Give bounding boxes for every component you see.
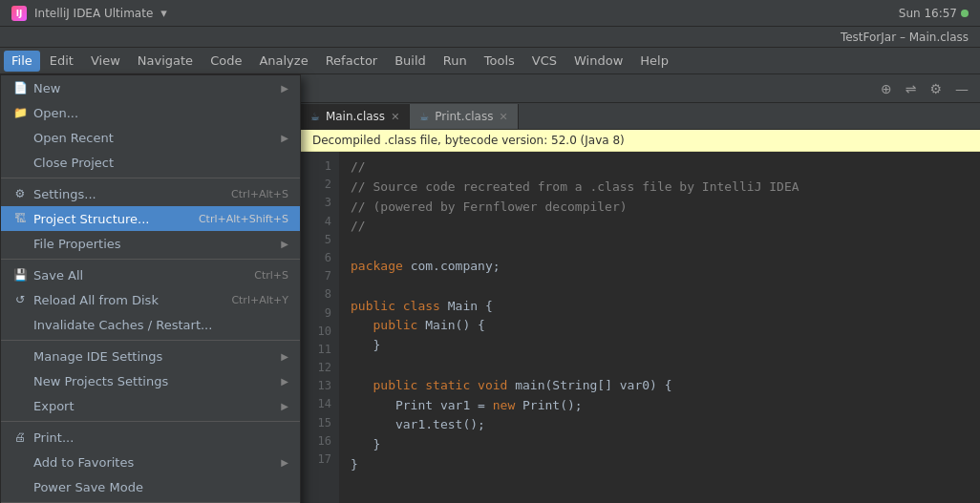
- reload-icon: ↺: [12, 292, 28, 307]
- code-line-13: Print var1 = new Print();: [351, 396, 969, 416]
- menu-navigate[interactable]: Navigate: [130, 51, 201, 72]
- menu-analyze[interactable]: Analyze: [251, 51, 315, 72]
- manage-ide-icon: [12, 348, 28, 364]
- code-line-15: }: [351, 435, 969, 455]
- separator-2: [1, 259, 300, 260]
- menu-refactor[interactable]: Refactor: [318, 51, 386, 72]
- status-dot: [961, 10, 969, 17]
- power-save-icon: [12, 479, 28, 494]
- menu-help[interactable]: Help: [632, 51, 676, 72]
- menu-invalidate-caches[interactable]: Invalidate Caches / Restart...: [1, 312, 300, 337]
- menu-new-projects-settings[interactable]: New Projects Settings ▶: [1, 368, 300, 393]
- settings-icon: ⚙: [12, 186, 28, 201]
- menu-settings[interactable]: ⚙ Settings... Ctrl+Alt+S: [1, 181, 300, 206]
- close-project-icon: [12, 155, 28, 170]
- open-recent-icon: [12, 130, 28, 145]
- code-line-9: public Main() {: [351, 316, 969, 336]
- open-recent-arrow: ▶: [281, 133, 288, 143]
- menu-export[interactable]: Export ▶: [1, 393, 300, 418]
- editor-toolbar: ⊕ ⇌ ⚙ —: [301, 74, 980, 103]
- menu-power-save[interactable]: Power Save Mode: [1, 474, 300, 499]
- file-properties-arrow: ▶: [281, 239, 288, 249]
- title-bar-left: IJ IntelliJ IDEA Ultimate ▾: [11, 6, 167, 21]
- code-line-4: //: [351, 217, 969, 237]
- toolbar-globe-icon[interactable]: ⊕: [877, 79, 896, 98]
- export-icon: [12, 398, 28, 413]
- code-line-8: public class Main {: [351, 297, 969, 317]
- menu-code[interactable]: Code: [202, 51, 249, 72]
- main-class-tab-icon: ☕: [310, 111, 320, 123]
- code-content[interactable]: // // Source code recreated from a .clas…: [339, 152, 980, 503]
- decompile-text: Decompiled .class file, bytecode version…: [312, 134, 625, 147]
- toolbar-settings-icon[interactable]: ⚙: [926, 79, 946, 98]
- code-line-3: // (powered by Fernflower decompiler): [351, 198, 969, 218]
- export-arrow: ▶: [281, 401, 288, 411]
- toolbar-split-icon[interactable]: ⇌: [902, 79, 921, 98]
- clock: Sun 16:57: [899, 7, 957, 20]
- window-title-bar: TestForJar – Main.class: [0, 27, 980, 48]
- window-title-text: TestForJar – Main.class: [841, 31, 969, 44]
- favorites-icon: [12, 454, 28, 470]
- file-properties-icon: [12, 236, 28, 251]
- print-tab-close[interactable]: ✕: [499, 111, 507, 123]
- menu-vcs[interactable]: VCS: [524, 51, 565, 72]
- toolbar-minimize-icon[interactable]: —: [951, 79, 972, 98]
- new-icon: 📄: [12, 80, 28, 95]
- menu-edit[interactable]: Edit: [42, 51, 81, 72]
- new-projects-icon: [12, 373, 28, 388]
- print-class-tab-icon: ☕: [419, 111, 429, 123]
- tab-print-class[interactable]: ☕ Print.class ✕: [410, 104, 518, 129]
- tab-bar: ☕ Main.class ✕ ☕ Print.class ✕: [301, 103, 980, 130]
- code-line-2: // Source code recreated from a .class f…: [351, 178, 969, 198]
- menu-view[interactable]: View: [83, 51, 128, 72]
- menu-save-all[interactable]: 💾 Save All Ctrl+S: [1, 262, 300, 287]
- main-tab-close[interactable]: ✕: [391, 111, 399, 123]
- tab-main-label: Main.class: [326, 110, 385, 123]
- menu-print[interactable]: 🖨 Print...: [1, 425, 300, 450]
- invalidate-icon: [12, 317, 28, 332]
- menu-close-project[interactable]: Close Project: [1, 150, 300, 175]
- menu-file[interactable]: File: [4, 51, 40, 72]
- main-content: 📄 New ▶ 📁 Open... Open Recent ▶: [0, 74, 980, 503]
- code-line-14: var1.test();: [351, 415, 969, 435]
- code-line-10: }: [351, 336, 969, 356]
- menu-build[interactable]: Build: [387, 51, 434, 72]
- new-arrow: ▶: [281, 83, 288, 94]
- menu-add-favorites[interactable]: Add to Favorites ▶: [1, 450, 300, 474]
- separator-3: [1, 340, 300, 341]
- code-line-12: public static void main(String[] var0) {: [351, 376, 969, 396]
- separator-1: [1, 178, 300, 178]
- title-bar-right: Sun 16:57: [899, 7, 969, 20]
- menu-reload[interactable]: ↺ Reload All from Disk Ctrl+Alt+Y: [1, 287, 300, 312]
- menu-open-recent[interactable]: Open Recent ▶: [1, 125, 300, 150]
- tab-print-label: Print.class: [435, 110, 493, 123]
- project-structure-icon: 🏗: [12, 211, 28, 226]
- code-line-17: [351, 475, 969, 495]
- menu-project-structure[interactable]: 🏗 Project Structure... Ctrl+Alt+Shift+S: [1, 206, 300, 231]
- dropdown-arrow[interactable]: ▾: [160, 6, 167, 20]
- save-icon: 💾: [12, 267, 28, 283]
- app-icon: IJ: [11, 6, 27, 21]
- menu-run[interactable]: Run: [436, 51, 475, 72]
- menu-manage-ide-settings[interactable]: Manage IDE Settings ▶: [1, 344, 300, 368]
- print-icon: 🖨: [12, 430, 28, 445]
- separator-4: [1, 421, 300, 422]
- menu-tools[interactable]: Tools: [477, 51, 522, 72]
- new-projects-arrow: ▶: [281, 376, 288, 387]
- menu-new[interactable]: 📄 New ▶: [1, 75, 300, 100]
- code-line-11: [351, 356, 969, 376]
- title-bar: IJ IntelliJ IDEA Ultimate ▾ Sun 16:57: [0, 0, 980, 27]
- code-line-1: //: [351, 157, 969, 178]
- open-icon: 📁: [12, 105, 28, 120]
- app-title: IntelliJ IDEA Ultimate: [34, 7, 153, 20]
- menu-file-properties[interactable]: File Properties ▶: [1, 231, 300, 256]
- code-line-5: [351, 237, 969, 257]
- code-line-7: [351, 277, 969, 297]
- favorites-arrow: ▶: [281, 457, 288, 468]
- menu-bar: File Edit View Navigate Code Analyze Ref…: [0, 48, 980, 74]
- menu-open[interactable]: 📁 Open...: [1, 100, 300, 125]
- menu-window[interactable]: Window: [566, 51, 630, 72]
- editor-area: ⊕ ⇌ ⚙ — ☕ Main.class ✕ ☕ Print.class ✕ D…: [301, 74, 980, 503]
- code-area: 1 2 3 4 5 6 7 8 9 10 11 12 13 14 15 16 1…: [301, 152, 980, 503]
- tab-main-class[interactable]: ☕ Main.class ✕: [301, 104, 410, 129]
